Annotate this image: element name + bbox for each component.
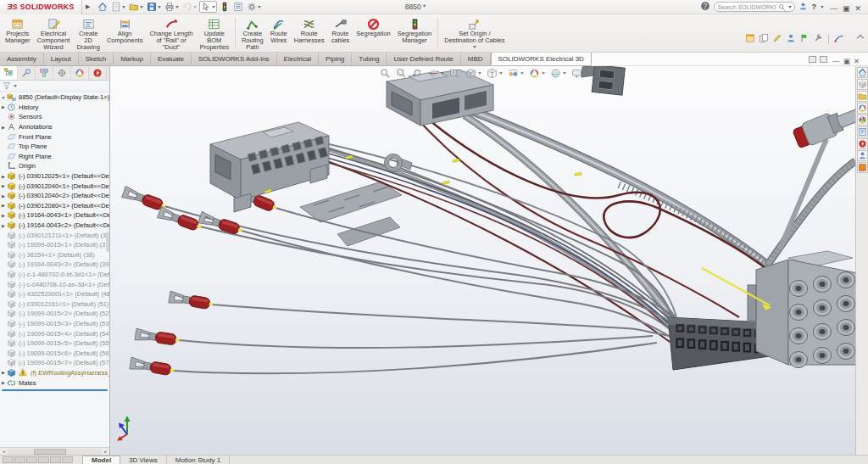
tree-item[interactable]: ▶(-) 039012040<2> (Default<<Default [0,191,109,201]
search-dropdown-icon[interactable] [788,6,792,8]
solidworks-electrical-icon[interactable] [857,138,868,149]
scroll-thumb[interactable] [34,449,66,455]
dropdown-icon[interactable] [478,72,481,75]
appearances-icon[interactable] [857,103,868,114]
solidworks-resources-icon[interactable] [857,67,868,78]
tree-item[interactable]: ▶(-) 039012080<1> (Default<<Default [0,201,109,211]
nav-square-button[interactable] [26,456,37,463]
route-harnesses-button[interactable]: Route Harnesses [291,14,328,52]
nav-square-button[interactable] [38,456,49,463]
dropdown-icon[interactable] [258,6,261,8]
file-properties-button[interactable] [232,1,244,13]
display-style-button[interactable] [487,68,503,79]
options-button[interactable] [246,1,262,13]
help-button[interactable]: ? [811,3,816,11]
dropdown-icon[interactable] [158,6,161,8]
tree-item[interactable]: (-) 039012161<1> (Default) (51) [0,299,109,309]
tab-mbd[interactable]: MBD [461,53,491,65]
tree-item[interactable]: (-) 19099-0015<4> (Default) (54) [0,328,109,338]
dropdown-icon[interactable] [441,72,444,75]
view-settings-button[interactable] [571,68,587,79]
connector-wires[interactable] [322,143,682,341]
sketch-entities-icon[interactable] [834,31,844,47]
tree-item[interactable]: ▶History [0,103,109,113]
ring-terminal[interactable] [385,154,413,172]
solidworks-logo[interactable]: ƎS SOLIDWORKS [0,0,82,14]
tree-item[interactable]: ▶Annotations [0,122,109,132]
dropdown-icon[interactable] [193,6,197,8]
route-wires-button[interactable]: Route Wires [267,14,291,52]
tab-assembly[interactable]: Assembly [0,53,44,65]
tree-item[interactable]: ▶(f) EWRoutingAssyHarness_H8( [0,368,109,378]
edit-sketch-icon[interactable] [772,31,782,47]
nav-square-button[interactable] [50,456,61,463]
forum-icon[interactable] [857,150,868,161]
graphics-viewport[interactable] [110,66,855,455]
wire-harness-model[interactable] [110,66,855,455]
search-box[interactable]: Search SOLIDWORKS Help [714,2,795,12]
fm-tab-configurationmanager[interactable] [36,66,53,80]
menu-flyout-arrow[interactable]: ▶ [82,3,93,10]
hide-show-items-button[interactable] [508,68,524,79]
tab-user-defined-route[interactable]: User Defined Route [387,53,460,65]
view-orientation-button[interactable] [465,68,481,79]
projects-manager-button[interactable]: Projects Manager [2,14,34,52]
tree-item[interactable]: (-) 36154<1> (Default) (38) [0,250,109,260]
help-dropdown-icon[interactable] [821,6,824,8]
nav-square-button[interactable] [14,456,25,463]
nav-square-button[interactable] [3,456,14,463]
align-components-button[interactable]: Align Components [103,14,147,52]
change-length-rail-duct-button[interactable]: Change Length of "Rail" or "Duct" [146,14,196,52]
flag-icon[interactable] [799,31,810,47]
dropdown-icon[interactable] [563,72,566,75]
dropdown-icon[interactable] [584,72,587,75]
tree-horizontal-scrollbar[interactable]: ◂ ▸ [0,447,109,455]
save-button[interactable] [146,1,162,13]
segregation-button[interactable]: Segregation [353,14,393,52]
tab-3d-views[interactable]: 3D Views [120,456,167,464]
update-bom-properties-button[interactable]: Update BOM Properties [197,14,232,52]
connector-12pin[interactable] [748,251,855,368]
pane-split-icon[interactable] [809,56,816,63]
tab-model[interactable]: Model [82,456,120,464]
file-explorer-icon[interactable] [857,91,868,102]
print-button[interactable] [164,1,180,13]
create-2d-drawing-button[interactable]: Create 2D Drawing [73,14,103,52]
tree-item[interactable]: (-) 0390121211<1> (Default) (36) [0,230,109,240]
dropdown-icon[interactable] [140,6,143,8]
fm-tab-displaymanager[interactable] [71,66,89,80]
connector-left[interactable] [210,122,329,212]
tree-item[interactable]: Origin [0,161,109,171]
tree-item[interactable]: (-) 19164-0043<3> (Default) (39) [0,260,109,270]
scroll-left-icon[interactable]: ◂ [0,449,8,454]
create-routing-path-button[interactable]: Create Routing Path [238,14,267,52]
home-button[interactable] [97,1,108,13]
fm-tab-propertymanager[interactable] [18,66,36,80]
connector-16pin[interactable] [668,317,770,370]
tree-item[interactable]: Right Plane [0,152,109,162]
tree-item[interactable]: (-) c-0480708-10-an-3d<1> (Default [0,279,109,289]
fork-terminals[interactable] [122,186,279,377]
ribbon-collapse[interactable] [858,33,863,41]
user-options-icon[interactable] [786,31,796,47]
help-bubble-icon[interactable] [700,0,710,14]
expand-arrow-icon[interactable]: ▶ [0,104,7,109]
zoom-to-area-button[interactable] [396,68,407,79]
tree-item[interactable]: (-) 19099-0015<1> (Default) (37) [0,240,109,250]
expand-arrow-icon[interactable]: ▶ [0,174,7,179]
tab-tubing[interactable]: Tubing [352,53,387,65]
tree-item[interactable]: Front Plane [0,131,109,142]
tree-item[interactable]: ▼8850 (Default<Display State-1>) [0,92,109,103]
nav-square-button[interactable] [62,456,73,463]
user-account-icon[interactable] [798,0,808,14]
tree-item[interactable]: ▶Mates [0,377,109,388]
tree-item[interactable]: (-) 19099-0015<3> (Default) (53) [0,319,109,329]
tree-item[interactable]: (-) 19099-0015<7> (Default) (57) [0,358,109,368]
tree-item[interactable]: ▶(-) 19164-0043<1> (Default<<Defau [0,210,109,221]
close-button[interactable]: ✕ [852,4,864,13]
expand-arrow-icon[interactable]: ▶ [0,203,7,208]
scenes-decals-icon[interactable] [857,115,868,126]
tab-markup[interactable]: Markup [114,53,151,65]
window-icon[interactable] [745,31,755,47]
tree-item[interactable]: (-) 19099-0015<6> (Default) (56) [0,348,109,358]
